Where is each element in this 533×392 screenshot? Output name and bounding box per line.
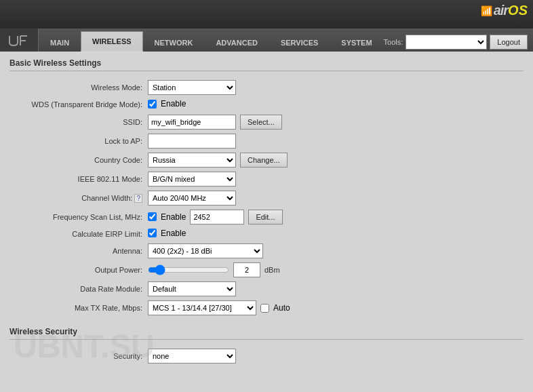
freq-scan-checkbox[interactable] <box>148 212 157 221</box>
tools-select[interactable] <box>406 35 487 50</box>
antenna-label: Antenna: <box>9 241 145 260</box>
freq-scan-cell: Enable Edit... <box>145 208 524 227</box>
country-code-label: Country Code: <box>9 151 145 170</box>
tab-wireless[interactable]: WIRELESS <box>81 31 142 52</box>
antenna-row: Antenna: 400 (2x2) - 18 dBi <box>9 241 524 260</box>
logout-button[interactable]: Logout <box>490 35 528 50</box>
calc-eirp-checkbox[interactable] <box>148 229 157 237</box>
calc-eirp-text: Enable <box>161 229 186 238</box>
lock-ap-label: Lock to AP: <box>9 132 145 151</box>
lock-ap-row: Lock to AP: <box>9 132 524 151</box>
ssid-cell: Select... <box>145 113 524 132</box>
wireless-security-section-header: Wireless Security <box>9 327 524 340</box>
channel-width-label: Channel Width: ? <box>9 189 145 208</box>
wireless-security-form: Security: none WPA WPA2 <box>9 347 524 366</box>
ieee-mode-row: IEEE 802.11 Mode: B/G/N mixed B only G o… <box>9 170 524 189</box>
freq-edit-button[interactable]: Edit... <box>248 210 282 224</box>
tab-main[interactable]: MAIN <box>39 33 81 52</box>
ieee-mode-label: IEEE 802.11 Mode: <box>9 170 145 189</box>
output-power-slider[interactable] <box>148 266 229 274</box>
wds-row: WDS (Transparent Bridge Mode): Enable <box>9 97 524 113</box>
channel-width-row: Channel Width: ? Auto 20/40 MHz 20 MHz 4… <box>9 189 524 208</box>
wds-cell: Enable <box>145 97 524 113</box>
freq-scan-enable-text: Enable <box>161 212 186 222</box>
ssid-row: SSID: Select... <box>9 113 524 132</box>
lock-ap-cell <box>145 132 524 151</box>
logo-os: OS <box>508 3 528 18</box>
security-row: Security: none WPA WPA2 <box>9 347 524 366</box>
security-label: Security: <box>9 347 145 366</box>
ieee-mode-cell: B/G/N mixed B only G only <box>145 170 524 189</box>
security-select[interactable]: none WPA WPA2 <box>148 349 236 364</box>
basic-wireless-form: Wireless Mode: Station Access Point WDS … <box>9 78 524 317</box>
output-power-value[interactable] <box>233 262 260 277</box>
max-tx-label: Max TX Rate, Mbps: <box>9 298 145 317</box>
country-code-row: Country Code: Russia United States Chang… <box>9 151 524 170</box>
country-code-cell: Russia United States Change... <box>145 151 524 170</box>
country-change-button[interactable]: Change... <box>240 153 288 168</box>
calc-eirp-row: Calculate EIRP Limit: Enable <box>9 227 524 242</box>
output-power-cell: dBm <box>145 260 524 279</box>
logo-air: air <box>494 3 508 18</box>
wireless-mode-select[interactable]: Station Access Point <box>148 80 236 95</box>
data-rate-label: Data Rate Module: <box>9 279 145 298</box>
navbar: MAIN WIRELESS NETWORK ADVANCED SERVICES … <box>0 28 533 52</box>
calc-eirp-label: Calculate EIRP Limit: <box>9 227 145 242</box>
wds-checkbox[interactable] <box>148 100 157 109</box>
antenna-cell: 400 (2x2) - 18 dBi <box>145 241 524 260</box>
tools-area: Tools: Logout <box>384 35 528 50</box>
max-tx-select[interactable]: MCS 1 - 13/14.4 [27/30] <box>148 300 256 315</box>
ieee-mode-select[interactable]: B/G/N mixed B only G only <box>148 172 236 187</box>
security-cell: none WPA WPA2 <box>145 347 524 366</box>
tab-advanced[interactable]: ADVANCED <box>204 33 269 52</box>
wifi-icon: 📶 <box>481 5 492 16</box>
output-power-label: Output Power: <box>9 260 145 279</box>
freq-scan-input[interactable] <box>190 210 244 224</box>
channel-width-help-link[interactable]: ? <box>134 194 142 203</box>
max-tx-auto-text: Auto <box>273 303 290 313</box>
tab-system[interactable]: SYSTEM <box>330 33 383 52</box>
logo: 📶 air OS <box>481 3 528 18</box>
ubnt-logo-icon <box>7 33 31 47</box>
country-code-select[interactable]: Russia United States <box>148 153 236 168</box>
output-power-row: Output Power: dBm <box>9 260 524 279</box>
channel-width-select[interactable]: Auto 20/40 MHz 20 MHz 40 MHz <box>148 191 236 205</box>
data-rate-row: Data Rate Module: Default <box>9 279 524 298</box>
ssid-input[interactable] <box>148 115 236 130</box>
output-power-unit: dBm <box>264 266 280 274</box>
nav-logo-area <box>0 28 39 52</box>
max-tx-auto-checkbox[interactable] <box>260 304 269 313</box>
antenna-select[interactable]: 400 (2x2) - 18 dBi <box>148 243 263 258</box>
tab-services[interactable]: SERVICES <box>269 33 330 52</box>
max-tx-row: Max TX Rate, Mbps: MCS 1 - 13/14.4 [27/3… <box>9 298 524 317</box>
wireless-mode-row: Wireless Mode: Station Access Point <box>9 78 524 97</box>
calc-eirp-cell: Enable <box>145 227 524 242</box>
ssid-select-button[interactable]: Select... <box>240 115 282 130</box>
lock-ap-input[interactable] <box>148 134 236 149</box>
data-rate-select[interactable]: Default <box>148 281 236 296</box>
freq-scan-label: Frequency Scan List, MHz: <box>9 208 145 227</box>
wds-enable-text: Enable <box>161 99 186 109</box>
wireless-mode-cell: Station Access Point <box>145 78 524 97</box>
tab-network[interactable]: NETWORK <box>143 33 205 52</box>
data-rate-cell: Default <box>145 279 524 298</box>
main-content: Basic Wireless Settings Wireless Mode: S… <box>0 52 533 392</box>
wds-label: WDS (Transparent Bridge Mode): <box>9 97 145 113</box>
max-tx-cell: MCS 1 - 13/14.4 [27/30] Auto <box>145 298 524 317</box>
ssid-label: SSID: <box>9 113 145 132</box>
wireless-mode-label: Wireless Mode: <box>9 78 145 97</box>
freq-scan-row: Frequency Scan List, MHz: Enable Edit... <box>9 208 524 227</box>
tools-label: Tools: <box>384 38 403 46</box>
channel-width-cell: Auto 20/40 MHz 20 MHz 40 MHz <box>145 189 524 208</box>
basic-wireless-section-header: Basic Wireless Settings <box>9 58 524 71</box>
header: 📶 air OS <box>0 0 533 28</box>
